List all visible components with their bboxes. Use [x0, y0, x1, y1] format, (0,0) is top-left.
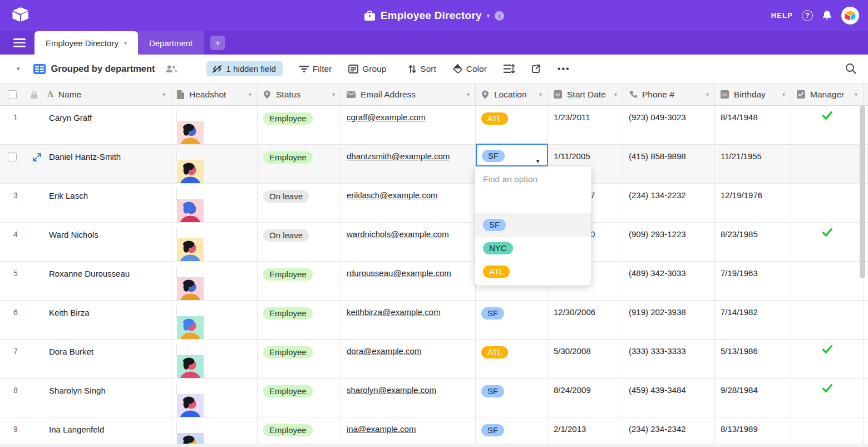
- location-cell[interactable]: ATL: [476, 340, 548, 378]
- view-sidebar-caret-icon[interactable]: ▾: [17, 65, 20, 72]
- column-caret-icon[interactable]: ▾: [614, 91, 617, 97]
- manager-cell[interactable]: [791, 301, 864, 339]
- tab-caret-icon[interactable]: ▾: [124, 40, 127, 46]
- email-link[interactable]: cgraff@example.com: [347, 112, 426, 122]
- location-cell[interactable]: SF: [476, 379, 548, 417]
- birthday-cell[interactable]: 12/19/1976: [715, 184, 791, 222]
- email-cell[interactable]: dhantzsmith@example.com: [341, 145, 476, 183]
- manager-cell[interactable]: [791, 262, 864, 300]
- email-link[interactable]: eriklasch@example.com: [347, 190, 438, 200]
- employee-name[interactable]: Daniel Hantz-Smith: [49, 145, 121, 161]
- column-caret-icon[interactable]: ▾: [249, 91, 251, 97]
- employee-name[interactable]: Dora Burket: [49, 340, 93, 356]
- table-row[interactable]: 9Ina LangenfeldEmployeeina@example.comSF…: [0, 417, 868, 447]
- email-cell[interactable]: ina@example.com: [341, 417, 476, 447]
- avatar[interactable]: [841, 7, 859, 24]
- table-row[interactable]: 3Erik LaschOn leaveeriklasch@example.com…: [0, 184, 868, 223]
- headshot-cell[interactable]: [171, 106, 258, 144]
- title-dropdown-caret-icon[interactable]: ▾: [487, 12, 490, 19]
- phone-cell[interactable]: (923) 049-3023: [623, 106, 715, 144]
- headshot-cell[interactable]: [171, 223, 258, 261]
- headshot-cell[interactable]: [171, 417, 258, 447]
- row-height-button[interactable]: [504, 64, 515, 73]
- column-caret-icon[interactable]: ▾: [539, 91, 542, 97]
- email-cell[interactable]: dora@example.com: [341, 340, 476, 378]
- column-header-headshot[interactable]: Headshot▾: [171, 83, 258, 105]
- birthday-cell[interactable]: 9/28/1984: [715, 379, 791, 417]
- email-link[interactable]: sharolyn@example.com: [347, 385, 436, 395]
- table-row[interactable]: Daniel Hantz-SmithEmployeedhantzsmith@ex…: [0, 145, 868, 184]
- column-header-start_date[interactable]: 31Start Date▾: [548, 83, 623, 105]
- view-name[interactable]: Grouped by department: [51, 63, 155, 74]
- column-caret-icon[interactable]: ▾: [855, 91, 857, 97]
- birthday-cell[interactable]: 11/21/1955: [715, 145, 791, 183]
- employee-name[interactable]: Sharolyn Singh: [49, 379, 106, 395]
- tab-employee-directory[interactable]: Employee Directory ▾: [34, 31, 138, 55]
- email-cell[interactable]: wardnichols@example.com: [341, 223, 476, 261]
- status-cell[interactable]: Employee: [258, 417, 341, 447]
- status-cell[interactable]: Employee: [258, 301, 341, 339]
- headshot-cell[interactable]: [171, 340, 258, 378]
- phone-cell[interactable]: (919) 202-3938: [623, 301, 715, 339]
- base-title-group[interactable]: Employee Directory ▾ i: [0, 0, 868, 31]
- employee-name[interactable]: Roxanne Durousseau: [49, 262, 130, 278]
- table-row[interactable]: 4Ward NicholsOn leavewardnichols@example…: [0, 223, 868, 262]
- location-cell-editing[interactable]: SF ▾: [476, 144, 548, 166]
- share-view-button[interactable]: [531, 64, 541, 73]
- headshot-cell[interactable]: [171, 184, 258, 222]
- column-header-birthday[interactable]: 31Birthday▾: [715, 83, 791, 105]
- table-row[interactable]: 1Caryn GraffEmployeecgraff@example.comAT…: [0, 106, 868, 145]
- option-search-input[interactable]: Find an option: [475, 166, 591, 184]
- status-cell[interactable]: Employee: [258, 379, 341, 417]
- table-row[interactable]: 5Roxanne DurousseauEmployeerdurousseau@e…: [0, 262, 868, 301]
- row-checkbox[interactable]: [8, 153, 17, 161]
- column-caret-icon[interactable]: ▾: [332, 91, 335, 97]
- birthday-cell[interactable]: 8/14/1948: [715, 106, 791, 144]
- birthday-cell[interactable]: 8/23/1985: [715, 223, 791, 261]
- status-cell[interactable]: On leave: [258, 184, 341, 222]
- column-caret-icon[interactable]: ▾: [467, 91, 470, 97]
- location-cell[interactable]: ATL: [476, 106, 548, 144]
- select-all-checkbox[interactable]: [8, 90, 17, 99]
- group-button[interactable]: Group: [348, 64, 386, 74]
- start-date-cell[interactable]: 2/1/2013: [548, 417, 623, 447]
- location-cell[interactable]: SF: [476, 301, 548, 339]
- expand-record-button[interactable]: [33, 153, 41, 164]
- headshot-cell[interactable]: [171, 301, 258, 339]
- headshot-cell[interactable]: [171, 379, 258, 417]
- color-button[interactable]: Color: [453, 64, 487, 74]
- manager-cell[interactable]: [791, 379, 864, 417]
- more-options-button[interactable]: •••: [558, 64, 570, 74]
- manager-cell[interactable]: [791, 184, 864, 222]
- column-header-status[interactable]: Status▾: [258, 83, 341, 105]
- table-row[interactable]: 7Dora BurketEmployeedora@example.comATL5…: [0, 340, 868, 379]
- collaborators-icon[interactable]: [165, 65, 177, 73]
- email-link[interactable]: dora@example.com: [347, 346, 421, 356]
- question-icon[interactable]: ?: [802, 10, 813, 21]
- birthday-cell[interactable]: 7/19/1963: [715, 262, 791, 300]
- filter-button[interactable]: Filter: [299, 64, 332, 74]
- vertical-scrollbar[interactable]: [860, 106, 865, 278]
- email-cell[interactable]: cgraff@example.com: [341, 106, 476, 144]
- cell-dropdown-caret-icon[interactable]: ▾: [536, 158, 539, 164]
- employee-name[interactable]: Erik Lasch: [49, 184, 88, 200]
- status-cell[interactable]: Employee: [258, 262, 341, 300]
- column-header-email[interactable]: Email Address▾: [341, 83, 476, 105]
- help-button[interactable]: HELP: [771, 12, 793, 19]
- phone-cell[interactable]: (415) 858-9898: [623, 145, 715, 183]
- dropdown-option-sf[interactable]: SF: [475, 213, 591, 237]
- column-caret-icon[interactable]: ▾: [782, 91, 785, 97]
- email-link[interactable]: rdurousseau@example.com: [347, 268, 451, 278]
- birthday-cell[interactable]: 7/14/1982: [715, 301, 791, 339]
- manager-cell[interactable]: [791, 106, 864, 144]
- employee-name[interactable]: Keith Birza: [49, 301, 90, 317]
- manager-cell[interactable]: [791, 417, 864, 447]
- column-header-name[interactable]: AName▾: [0, 83, 171, 105]
- status-cell[interactable]: Employee: [258, 145, 341, 183]
- table-row[interactable]: 8Sharolyn SinghEmployeesharolyn@example.…: [0, 379, 868, 417]
- info-icon[interactable]: i: [495, 11, 504, 21]
- manager-cell[interactable]: [791, 145, 864, 183]
- bell-icon[interactable]: [822, 10, 832, 21]
- status-cell[interactable]: Employee: [258, 340, 341, 378]
- phone-cell[interactable]: (234) 134-2232: [623, 184, 715, 222]
